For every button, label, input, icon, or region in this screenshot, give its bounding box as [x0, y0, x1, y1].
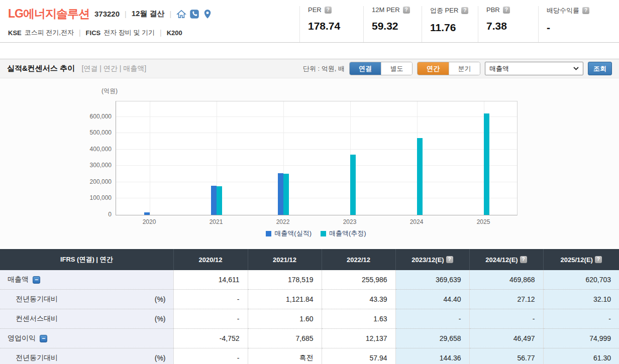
- metric-select-value: 매출액: [489, 64, 509, 73]
- table-row: 전년동기대비(%)-흑전57.94144.3656.7761.30: [0, 348, 619, 364]
- row-unit: (%): [155, 354, 166, 362]
- column-header: IFRS (연결) | 연간: [0, 249, 173, 270]
- gridline: [116, 116, 517, 117]
- help-icon[interactable]: ?: [503, 7, 510, 14]
- bar-매출액(추정)-2022: [283, 174, 289, 215]
- value-cell: -4,752: [173, 329, 248, 348]
- help-icon[interactable]: ?: [582, 7, 589, 14]
- help-icon[interactable]: ?: [595, 256, 602, 263]
- row-unit: (%): [155, 315, 166, 323]
- home-icon[interactable]: [176, 9, 186, 19]
- value-cell: 61.30: [543, 348, 619, 364]
- column-header: 2021/12: [248, 249, 322, 270]
- help-icon[interactable]: ?: [461, 7, 468, 14]
- x-axis-tick-label: 2021: [201, 218, 231, 225]
- chevron-down-icon: [573, 67, 579, 70]
- help-icon[interactable]: ?: [325, 7, 332, 14]
- value-cell: 369,639: [395, 270, 469, 290]
- value-cell: 74,999: [543, 329, 619, 348]
- value-cell: 57.94: [322, 348, 395, 364]
- toggle-연간[interactable]: 연간: [418, 62, 449, 75]
- toggle-분기[interactable]: 분기: [449, 62, 480, 75]
- value-cell: 흑전: [248, 348, 322, 364]
- value-cell: 7,685: [248, 329, 322, 348]
- value-cell: 469,868: [469, 270, 543, 290]
- legend-item: 매출액(실적): [266, 229, 312, 238]
- chart-legend: 매출액(실적)매출액(추정): [116, 229, 517, 238]
- x-axis-tick-label: 2022: [268, 218, 298, 225]
- toggle-별도[interactable]: 별도: [381, 62, 412, 75]
- legend-item: 매출액(추정): [321, 229, 366, 238]
- divider: |: [160, 29, 162, 37]
- column-header-text: 2020/12: [199, 256, 223, 264]
- metric-label-text: PBR: [486, 6, 500, 14]
- divider: |: [125, 10, 127, 18]
- collapse-icon[interactable]: −: [40, 335, 47, 342]
- metric-cell: PER?178.74: [299, 6, 363, 42]
- value-cell: 255,986: [322, 270, 395, 290]
- table-row: 매출액−14,611178,519255,986369,639469,86862…: [0, 270, 619, 290]
- metric-label: 배당수익률?: [547, 6, 612, 15]
- gridline: [116, 133, 517, 133]
- unit-label: 단위 : 억원, 배: [303, 64, 345, 73]
- x-axis-tick-label: 2024: [401, 218, 432, 225]
- metric-label: PBR?: [486, 6, 538, 14]
- bar-매출액(추정)-2021: [217, 186, 222, 215]
- help-icon[interactable]: ?: [446, 256, 453, 263]
- gridline: [150, 101, 150, 215]
- location-icon[interactable]: [202, 9, 213, 19]
- column-header-text: 2022/12: [347, 256, 370, 264]
- valuation-metrics: PER?178.7412M PER?59.32업종 PER?11.76PBR?7…: [299, 0, 619, 42]
- y-axis-tick-label: 300,000: [70, 162, 112, 169]
- help-icon[interactable]: ?: [403, 7, 410, 14]
- toggle-연결[interactable]: 연결: [350, 62, 381, 75]
- value-cell: -: [469, 309, 543, 329]
- phone-icon[interactable]: [189, 9, 199, 19]
- x-axis-tick-label: 2020: [134, 218, 164, 225]
- metric-select[interactable]: 매출액: [485, 62, 583, 75]
- metric-value: 178.74: [308, 20, 363, 32]
- legend-label: 매출액(실적): [274, 229, 312, 238]
- exchange-sector: 코스피 전기,전자: [25, 28, 74, 37]
- y-axis-tick-label: 400,000: [70, 146, 112, 153]
- metric-cell: 12M PER?59.32: [363, 6, 422, 42]
- bar-매출액(추정)-2025: [484, 113, 489, 215]
- metric-label: 12M PER?: [372, 6, 422, 14]
- bar-매출액(추정)-2023: [350, 155, 356, 215]
- index-membership: K200: [167, 29, 182, 37]
- bar-chart-plot: [116, 101, 518, 215]
- column-header: 2025/12(E)?: [543, 249, 619, 270]
- value-cell: -: [543, 309, 619, 329]
- gridline: [116, 182, 517, 182]
- value-cell: 178,519: [248, 270, 322, 290]
- search-button[interactable]: 조회: [588, 62, 612, 75]
- divider: |: [79, 29, 81, 37]
- table-row: 전년동기대비(%)-1,121.8443.3944.4027.1232.10: [0, 290, 619, 309]
- company-name: LG에너지솔루션: [8, 6, 89, 22]
- stock-header: LG에너지솔루션 373220 | 12월 결산 | KSE 코스피 전기,전자…: [0, 0, 619, 43]
- metric-value: 59.32: [372, 20, 422, 32]
- divider: |: [170, 10, 172, 18]
- value-cell: 56.77: [469, 348, 543, 364]
- row-label: 컨센서스대비: [16, 314, 58, 323]
- section-subtitle: [연결 | 연간 | 매출액]: [81, 64, 146, 72]
- value-cell: 620,703: [543, 270, 619, 290]
- metric-cell: 배당수익률?-: [538, 6, 612, 42]
- row-label: 매출액: [8, 275, 29, 284]
- annual-quarterly-toggle: 연간분기: [417, 62, 480, 75]
- section-toolbar: 실적&컨센서스 추이 [연결 | 연간 | 매출액] 단위 : 억원, 배 연결…: [0, 59, 619, 78]
- column-header: 2022/12: [322, 249, 395, 270]
- row-label: 전년동기대비: [16, 353, 58, 362]
- market-classification: KSE 코스피 전기,전자 | FICS 전자 장비 및 기기 | K200: [8, 28, 213, 37]
- value-cell: 144.36: [395, 348, 469, 364]
- gridline: [116, 198, 517, 198]
- help-icon[interactable]: ?: [520, 256, 527, 263]
- column-header-text: 2025/12(E)?: [561, 256, 602, 264]
- stock-code: 373220: [94, 10, 120, 18]
- value-cell: 29,658: [395, 329, 469, 348]
- value-cell: -: [173, 290, 248, 309]
- bar-매출액(추정)-2024: [417, 138, 423, 215]
- metric-label-text: PER: [308, 6, 322, 14]
- row-label: 영업이익: [8, 334, 36, 343]
- collapse-icon[interactable]: −: [33, 276, 40, 284]
